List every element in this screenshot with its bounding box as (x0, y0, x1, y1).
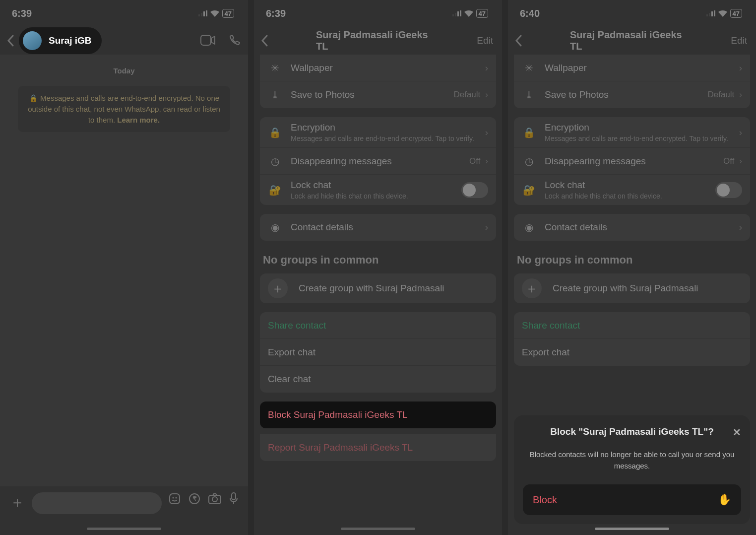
lock-chat-toggle[interactable] (715, 182, 742, 198)
mic-icon[interactable] (229, 492, 238, 505)
person-icon: ◉ (522, 221, 536, 233)
back-icon[interactable] (7, 35, 14, 47)
lock-chat-toggle[interactable] (461, 182, 488, 198)
status-bar: 6:39 47 (0, 0, 248, 27)
wifi-icon (210, 10, 219, 17)
settings-list: ✳ Wallpaper › ⤓ Save to Photos Default› … (254, 55, 502, 461)
row-lock-chat: 🔐 Lock chatLock and hide this chat on th… (260, 175, 496, 205)
status-bar: 6:40 47 (508, 0, 756, 27)
sheet-title: Block "Suraj Padmasali iGeeks TL"? ✕ (523, 426, 741, 437)
back-icon[interactable] (515, 35, 522, 47)
svg-rect-4 (201, 35, 211, 45)
row-share-contact[interactable]: Share contact (514, 312, 750, 339)
row-disappearing[interactable]: ◷ Disappearing messages Off› (514, 148, 750, 175)
block-confirm-sheet: Block "Suraj Padmasali iGeeks TL"? ✕ Blo… (514, 415, 750, 524)
lock-icon: 🔒 (268, 127, 282, 138)
camera-icon[interactable] (208, 493, 221, 504)
home-indicator[interactable] (595, 528, 669, 530)
svg-rect-17 (706, 14, 708, 16)
message-input[interactable] (32, 492, 162, 514)
row-share-contact[interactable]: Share contact (260, 312, 496, 339)
learn-more-link[interactable]: Learn more. (117, 116, 160, 124)
svg-rect-2 (203, 11, 205, 16)
row-create-group[interactable]: ＋ Create group with Suraj Padmasali (260, 273, 496, 303)
row-disappearing[interactable]: ◷ Disappearing messages Off› (260, 148, 496, 175)
padlock-icon: 🔐 (268, 184, 282, 196)
back-icon[interactable] (261, 35, 268, 47)
status-time: 6:40 (520, 8, 540, 19)
sticker-icon[interactable] (169, 493, 181, 505)
wifi-icon (464, 10, 473, 17)
svg-point-11 (212, 497, 217, 502)
svg-rect-15 (457, 11, 459, 16)
chevron-right-icon: › (485, 156, 488, 166)
sheet-message: Blocked contacts will no longer be able … (528, 449, 736, 471)
chevron-right-icon: › (739, 222, 742, 233)
edit-button[interactable]: Edit (731, 35, 747, 46)
lock-icon: 🔒 (522, 127, 536, 138)
contact-name: Suraj iGB (49, 35, 92, 46)
row-wallpaper[interactable]: ✳ Wallpaper › (514, 55, 750, 81)
battery-icon: 47 (222, 9, 234, 18)
svg-rect-16 (460, 10, 461, 16)
lock-icon: 🔒 (29, 94, 38, 102)
contact-pill[interactable]: Suraj iGB (19, 27, 102, 54)
row-clear-chat[interactable]: Clear chat (260, 366, 496, 393)
home-indicator[interactable] (87, 528, 161, 530)
video-call-icon[interactable] (200, 35, 215, 47)
status-time: 6:39 (12, 8, 32, 19)
row-report-contact[interactable]: Report Suraj Padmasali iGeeks TL (260, 434, 496, 461)
settings-list: ✳ Wallpaper › ⤓ Save to Photos Default› … (508, 55, 756, 366)
plus-circle-icon: ＋ (268, 278, 288, 298)
svg-rect-5 (170, 494, 180, 504)
row-export-chat[interactable]: Export chat (514, 339, 750, 366)
row-wallpaper[interactable]: ✳ Wallpaper › (260, 55, 496, 81)
status-bar: 6:39 47 (254, 0, 502, 27)
download-icon: ⤓ (522, 89, 536, 101)
no-groups-label: No groups in common (514, 250, 750, 273)
row-encryption[interactable]: 🔒 EncryptionMessages and calls are end-t… (514, 117, 750, 148)
rupee-icon[interactable]: ₹ (189, 493, 200, 505)
download-icon: ⤓ (268, 89, 282, 101)
person-icon: ◉ (268, 221, 282, 233)
plus-icon[interactable]: ＋ (10, 492, 25, 513)
row-save-photos[interactable]: ⤓ Save to Photos Default› (514, 81, 750, 108)
timer-icon: ◷ (522, 155, 536, 167)
cellular-icon (452, 10, 461, 16)
voice-call-icon[interactable] (228, 35, 240, 47)
row-encryption[interactable]: 🔒 EncryptionMessages and calls are end-t… (260, 117, 496, 148)
row-block-contact[interactable]: Block Suraj Padmasali iGeeks TL (260, 401, 496, 428)
page-title: Suraj Padmasali iGeeks TL (570, 29, 694, 52)
edit-button[interactable]: Edit (477, 35, 493, 46)
status-icons: 47 (198, 9, 234, 18)
svg-text:₹: ₹ (192, 495, 197, 503)
row-save-photos[interactable]: ⤓ Save to Photos Default› (260, 81, 496, 108)
chevron-right-icon: › (485, 222, 488, 233)
chevron-right-icon: › (739, 90, 742, 100)
row-contact-details[interactable]: ◉ Contact details › (260, 214, 496, 241)
svg-point-7 (176, 497, 177, 499)
chevron-right-icon: › (739, 63, 742, 73)
no-groups-label: No groups in common (260, 250, 496, 273)
avatar (23, 31, 42, 50)
page-title: Suraj Padmasali iGeeks TL (316, 29, 440, 52)
row-contact-details[interactable]: ◉ Contact details › (514, 214, 750, 241)
wallpaper-icon: ✳ (268, 62, 282, 74)
plus-circle-icon: ＋ (522, 278, 542, 298)
block-button[interactable]: Block ✋ (523, 484, 741, 515)
battery-icon: 47 (730, 9, 742, 18)
svg-rect-0 (198, 14, 200, 16)
row-create-group[interactable]: ＋ Create group with Suraj Padmasali (514, 273, 750, 303)
svg-rect-3 (206, 10, 207, 16)
status-time: 6:39 (266, 8, 286, 19)
wifi-icon (718, 10, 727, 17)
padlock-icon: 🔐 (522, 184, 536, 196)
screen-contact-info: 6:39 47 Suraj Padmasali iGeeks TL Edit ✳… (254, 0, 502, 535)
svg-rect-18 (709, 13, 710, 16)
svg-rect-20 (714, 10, 715, 16)
home-indicator[interactable] (341, 528, 415, 530)
date-header: Today (0, 67, 248, 75)
row-export-chat[interactable]: Export chat (260, 339, 496, 366)
encryption-notice[interactable]: 🔒 Messages and calls are end-to-end encr… (18, 86, 230, 132)
close-icon[interactable]: ✕ (733, 426, 741, 438)
